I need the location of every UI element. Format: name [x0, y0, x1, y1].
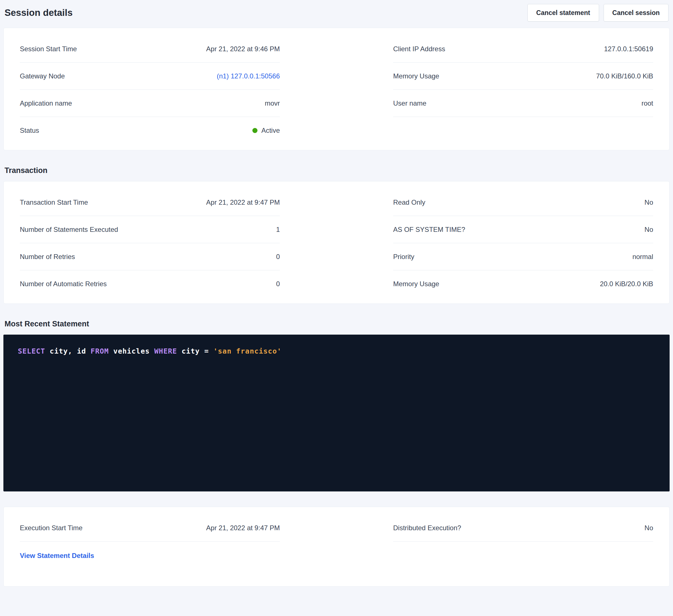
page-header: Session details Cancel statement Cancel … — [3, 3, 670, 28]
header-actions: Cancel statement Cancel session — [527, 4, 668, 21]
row-label: Number of Statements Executed — [20, 226, 118, 234]
row-label: Priority — [393, 253, 414, 261]
row-label: Number of Automatic Retries — [20, 280, 107, 288]
sql-token-keyword: WHERE — [154, 347, 177, 355]
row-gateway-node: Gateway Node (n1) 127.0.0.1:50566 — [20, 62, 280, 90]
row-label: Distributed Execution? — [393, 524, 461, 532]
row-transaction-memory-usage: Memory Usage 20.0 KiB/20.0 KiB — [393, 270, 653, 297]
row-value: Apr 21, 2022 at 9:46 PM — [206, 45, 280, 53]
row-label: Number of Retries — [20, 253, 75, 261]
status-active-dot-icon — [252, 128, 257, 133]
row-value: 127.0.0.1:50619 — [604, 45, 653, 53]
execution-left-column: Execution Start Time Apr 21, 2022 at 9:4… — [20, 514, 280, 560]
sql-token-plain: vehicles — [109, 347, 154, 355]
row-label: Memory Usage — [393, 280, 439, 288]
sql-statement: SELECT city, id FROM vehicles WHERE city… — [18, 347, 655, 355]
row-execution-start-time: Execution Start Time Apr 21, 2022 at 9:4… — [20, 514, 280, 542]
gateway-node-link[interactable]: (n1) 127.0.0.1:50566 — [217, 72, 280, 80]
row-statements-executed: Number of Statements Executed 1 — [20, 216, 280, 243]
row-value: 70.0 KiB/160.0 KiB — [596, 72, 653, 80]
status-badge: Active — [252, 126, 280, 134]
row-value: Apr 21, 2022 at 9:47 PM — [206, 524, 280, 532]
transaction-left-column: Transaction Start Time Apr 21, 2022 at 9… — [20, 189, 280, 297]
sql-token-keyword: FROM — [91, 347, 109, 355]
cancel-session-button[interactable]: Cancel session — [604, 4, 668, 21]
row-value: No — [644, 524, 653, 532]
row-client-ip-address: Client IP Address 127.0.0.1:50619 — [393, 35, 653, 62]
row-label: Transaction Start Time — [20, 199, 88, 206]
sql-statement-box: SELECT city, id FROM vehicles WHERE city… — [3, 335, 670, 492]
page-title: Session details — [5, 7, 72, 18]
sql-token-plain: city = — [177, 347, 213, 355]
row-label: User name — [393, 99, 426, 107]
row-value: No — [644, 199, 653, 206]
sql-token-string: 'san francisco' — [213, 347, 281, 355]
row-user-name: User name root — [393, 90, 653, 117]
row-label: Status — [20, 126, 39, 134]
row-label: Session Start Time — [20, 45, 77, 53]
session-summary-card: Session Start Time Apr 21, 2022 at 9:46 … — [3, 28, 670, 150]
row-value: root — [642, 99, 653, 107]
row-value: movr — [265, 99, 280, 107]
session-summary-right-column: Client IP Address 127.0.0.1:50619 Memory… — [393, 35, 653, 144]
status-text: Active — [261, 126, 280, 134]
session-summary-left-column: Session Start Time Apr 21, 2022 at 9:46 … — [20, 35, 280, 144]
execution-card: Execution Start Time Apr 21, 2022 at 9:4… — [3, 507, 670, 587]
transaction-right-column: Read Only No AS OF SYSTEM TIME? No Prior… — [393, 189, 653, 297]
transaction-heading: Transaction — [5, 166, 668, 175]
execution-right-column: Distributed Execution? No — [393, 514, 653, 560]
row-transaction-start-time: Transaction Start Time Apr 21, 2022 at 9… — [20, 189, 280, 216]
row-label: Memory Usage — [393, 72, 439, 80]
row-value: 0 — [276, 253, 280, 261]
row-read-only: Read Only No — [393, 189, 653, 216]
row-value: 20.0 KiB/20.0 KiB — [600, 280, 653, 288]
row-label: Client IP Address — [393, 45, 445, 53]
transaction-card: Transaction Start Time Apr 21, 2022 at 9… — [3, 181, 670, 304]
sql-token-plain: city, id — [45, 347, 91, 355]
row-label: Application name — [20, 99, 72, 107]
row-value: 1 — [276, 226, 280, 234]
view-statement-details-link[interactable]: View Statement Details — [20, 552, 94, 560]
session-details-page: Session details Cancel statement Cancel … — [0, 0, 673, 616]
row-label: Read Only — [393, 199, 425, 206]
row-application-name: Application name movr — [20, 90, 280, 117]
row-status: Status Active — [20, 117, 280, 144]
row-value: Apr 21, 2022 at 9:47 PM — [206, 199, 280, 206]
most-recent-statement-heading: Most Recent Statement — [5, 320, 668, 328]
row-label: Execution Start Time — [20, 524, 82, 532]
row-label: Gateway Node — [20, 72, 65, 80]
row-number-of-retries: Number of Retries 0 — [20, 243, 280, 270]
row-as-of-system-time: AS OF SYSTEM TIME? No — [393, 216, 653, 243]
row-distributed-execution: Distributed Execution? No — [393, 514, 653, 542]
row-session-start-time: Session Start Time Apr 21, 2022 at 9:46 … — [20, 35, 280, 62]
row-memory-usage: Memory Usage 70.0 KiB/160.0 KiB — [393, 62, 653, 90]
sql-token-keyword: SELECT — [18, 347, 45, 355]
row-automatic-retries: Number of Automatic Retries 0 — [20, 270, 280, 297]
row-value: No — [644, 226, 653, 234]
row-label: AS OF SYSTEM TIME? — [393, 226, 465, 234]
row-value: 0 — [276, 280, 280, 288]
cancel-statement-button[interactable]: Cancel statement — [527, 4, 599, 21]
row-value: normal — [633, 253, 653, 261]
row-priority: Priority normal — [393, 243, 653, 270]
